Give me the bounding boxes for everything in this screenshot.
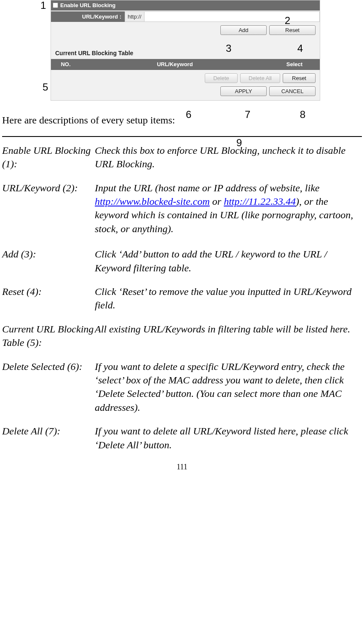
reset-button-2[interactable]: Reset [283, 73, 316, 83]
divider [2, 136, 362, 137]
desc-body: All existing URL/Keywords in filtering t… [95, 322, 362, 350]
callout-4: 4 [297, 42, 303, 55]
desc-row: Current URL Blocking Table (5):All exist… [2, 322, 362, 350]
enable-url-blocking-checkbox[interactable] [53, 3, 58, 8]
desc-row: URL/Keyword (2):Input the URL (host name… [2, 181, 362, 236]
delete-all-button[interactable]: Delete All [240, 73, 280, 83]
desc-body: Click ‘Add’ button to add the URL / keyw… [95, 247, 362, 275]
enable-url-blocking-row: Enable URL Blocking [51, 0, 320, 11]
desc-label: Delete All (7): [2, 424, 95, 452]
url-keyword-row: URL/Keyword : http:// [51, 11, 320, 22]
table-header: NO. URL/Keyword Select [51, 59, 320, 70]
desc-label: Delete Selected (6): [2, 360, 95, 415]
current-table-title: Current URL Blocking Table [51, 37, 320, 59]
callout-7: 7 [245, 108, 250, 121]
desc-body: Input the URL (host name or IP address o… [95, 181, 362, 236]
callout-3: 3 [226, 42, 231, 55]
callout-5: 5 [43, 80, 48, 94]
callout-2: 2 [285, 14, 290, 27]
th-no: NO. [51, 59, 80, 70]
desc-label: Add (3): [2, 247, 95, 275]
desc-row: Enable URL Blocking (1):Check this box t… [2, 144, 362, 171]
desc-label: Reset (4): [2, 285, 95, 312]
desc-label: Enable URL Blocking (1): [2, 144, 95, 171]
apply-button[interactable]: APPLY [220, 86, 267, 96]
desc-body: If you want to delete a specific URL/Key… [95, 360, 362, 415]
th-select: Select [269, 59, 320, 70]
desc-row: Delete Selected (6):If you want to delet… [2, 360, 362, 415]
callout-1: 1 [40, 0, 46, 12]
callout-8: 8 [300, 108, 305, 121]
desc-row: Reset (4):Click ‘Reset’ to remove the va… [2, 285, 362, 312]
callout-9: 9 [236, 136, 242, 150]
url-keyword-input[interactable] [145, 11, 320, 22]
desc-label: Current URL Blocking Table (5): [2, 322, 95, 350]
delete-row: Delete Delete All Reset [51, 70, 320, 85]
reset-button-1[interactable]: Reset [269, 25, 316, 35]
add-reset-row: Add Reset [51, 22, 320, 37]
example-link[interactable]: http://11.22.33.44 [224, 196, 296, 207]
desc-body: Check this box to enforce URL Blocking, … [95, 144, 362, 171]
config-panel: Enable URL Blocking URL/Keyword : http:/… [51, 0, 320, 101]
desc-body: Click ‘Reset’ to remove the value you in… [95, 285, 362, 312]
apply-cancel-row: APPLY CANCEL [51, 85, 320, 100]
url-prefix: http:// [125, 11, 145, 22]
cancel-button[interactable]: CANCEL [269, 86, 316, 96]
delete-button[interactable]: Delete [205, 73, 238, 83]
desc-label: URL/Keyword (2): [2, 181, 95, 236]
desc-body: If you want to delete all URL/Keyword li… [95, 424, 362, 452]
desc-row: Add (3):Click ‘Add’ button to add the UR… [2, 247, 362, 275]
url-keyword-label: URL/Keyword : [51, 11, 125, 22]
callout-6: 6 [186, 108, 191, 121]
add-button[interactable]: Add [220, 25, 267, 35]
enable-url-blocking-label: Enable URL Blocking [60, 2, 115, 9]
desc-row: Delete All (7):If you want to delete all… [2, 424, 362, 452]
th-url-keyword: URL/Keyword [80, 59, 269, 70]
example-link[interactable]: http://www.blocked-site.com [95, 196, 210, 207]
page-number: 111 [2, 462, 362, 472]
intro-text: Here are descriptions of every setup ite… [2, 113, 362, 127]
